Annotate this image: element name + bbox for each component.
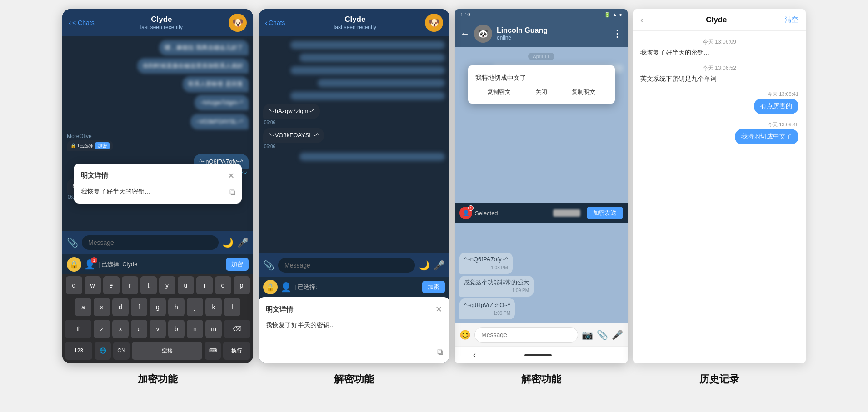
android-status-bar: 1:10 🔋 ▲ ● xyxy=(455,9,628,20)
history-back-button[interactable]: ‹ xyxy=(640,15,644,25)
encrypt-button-1[interactable]: 加密 xyxy=(226,258,249,271)
history-msg-left-2: 英文系统下密钥是九个单词 xyxy=(640,74,798,84)
avatar-1[interactable]: 🐶 xyxy=(229,14,247,32)
msg-bubble-encrypted: 嗯，麻烦拉 我再去碰会儿好了 xyxy=(159,40,249,55)
key-g[interactable]: g xyxy=(150,298,166,316)
key-k[interactable]: k xyxy=(205,298,222,316)
key-i[interactable]: i xyxy=(196,276,213,294)
voice-icon-1[interactable]: 🎤 xyxy=(237,237,249,248)
history-clear-button[interactable]: 清空 xyxy=(785,15,798,24)
key-q[interactable]: q xyxy=(66,276,82,294)
key-r[interactable]: r xyxy=(122,276,138,294)
key-a[interactable]: a xyxy=(75,298,91,316)
key-j[interactable]: j xyxy=(187,298,203,316)
key-x[interactable]: x xyxy=(112,320,129,338)
key-123[interactable]: 123 xyxy=(65,342,92,360)
key-row-3: ⇧ z x c v b n m ⌫ xyxy=(62,318,253,340)
copy-icon-2[interactable]: ⧉ xyxy=(437,347,443,357)
panel2-header: ‹ Chats Clyde last seen recently 🐶 xyxy=(259,9,449,36)
key-c[interactable]: c xyxy=(131,320,147,338)
key-n[interactable]: n xyxy=(187,320,203,338)
android-nav-bar: ‹ xyxy=(455,346,628,363)
back-button-2[interactable]: ‹ Chats xyxy=(265,18,285,28)
message-input-2[interactable] xyxy=(278,258,415,273)
key-keyboard[interactable]: ⌨ xyxy=(205,342,221,360)
msg-row xyxy=(263,65,445,75)
key-y[interactable]: y xyxy=(159,276,175,294)
android-avatar[interactable]: 🐼 xyxy=(474,25,492,43)
emoji-icon-1[interactable]: 🌙 xyxy=(222,237,234,248)
wifi-icon: ▲ xyxy=(612,12,617,17)
key-w[interactable]: w xyxy=(85,276,101,294)
key-b[interactable]: b xyxy=(168,320,185,338)
key-s[interactable]: s xyxy=(94,298,110,316)
copy-ciphertext-button[interactable]: 复制密文 xyxy=(487,88,511,96)
panel2-wrap: ‹ Chats Clyde last seen recently 🐶 xyxy=(259,9,449,386)
android-nav-pill[interactable] xyxy=(524,354,552,356)
android-header-info: Lincoln Guang online xyxy=(497,26,608,41)
key-t[interactable]: t xyxy=(140,276,157,294)
nav-back-chevron[interactable]: ‹ xyxy=(473,350,476,360)
keyboard-1: q w e r t y u i o p a s d f g h j k l xyxy=(62,274,253,363)
msg-row xyxy=(263,91,445,101)
android-more-button[interactable]: ⋮ xyxy=(612,28,622,40)
key-p[interactable]: p xyxy=(234,276,250,294)
status-icons: 🔋 ▲ ● xyxy=(604,12,622,18)
contact-name-1: Clyde xyxy=(151,15,172,24)
avatar-2[interactable]: 🐶 xyxy=(425,14,443,32)
key-m[interactable]: m xyxy=(205,320,222,338)
phone2: ‹ Chats Clyde last seen recently 🐶 xyxy=(259,9,449,363)
key-z[interactable]: z xyxy=(94,320,110,338)
key-d[interactable]: d xyxy=(112,298,129,316)
copy-plaintext-button[interactable]: 复制明文 xyxy=(572,88,595,96)
key-globe[interactable]: 🌐 xyxy=(95,342,111,360)
android-back-button[interactable]: ← xyxy=(460,29,469,39)
android-attachment-icon[interactable]: 📎 xyxy=(597,329,608,340)
popup-close-1[interactable]: ✕ xyxy=(228,171,234,181)
msg-bubble-encrypted: ~VO3kFOAYSL~^ xyxy=(190,114,249,129)
encrypt-button-2[interactable]: 加密 xyxy=(422,281,445,293)
message-input-1[interactable] xyxy=(82,235,219,250)
voice-icon-2[interactable]: 🎤 xyxy=(434,260,445,271)
attachment-icon-1[interactable]: 📎 xyxy=(67,237,78,248)
key-f[interactable]: f xyxy=(131,298,147,316)
back-button-1[interactable]: ‹ < Chats xyxy=(69,18,95,28)
history-time-3: 今天 13:08:41 xyxy=(768,91,798,98)
emoji-icon-2[interactable]: 🌙 xyxy=(419,260,430,271)
msg-time: 06:06 xyxy=(263,144,276,149)
android-emoji-icon[interactable]: 😊 xyxy=(459,329,471,340)
history-item-2: 今天 13:06:52 英文系统下密钥是九个单词 xyxy=(640,65,798,84)
android-message-input[interactable] xyxy=(474,327,578,343)
input-bar-1: 📎 🌙 🎤 xyxy=(62,231,253,254)
popup-close-2[interactable]: ✕ xyxy=(435,304,442,314)
key-return[interactable]: 换行 xyxy=(223,342,250,360)
android-voice-icon[interactable]: 🎤 xyxy=(612,329,623,340)
msg-row: MoreOlive 🔒 1已选择 加密 xyxy=(67,133,249,151)
attachment-icon-2[interactable]: 📎 xyxy=(263,260,274,271)
plaintext-popup-2: 明文详情 ✕ 我恢复了好半天的密钥... ⧉ xyxy=(259,297,449,363)
close-popup-button[interactable]: 关闭 xyxy=(535,88,547,96)
msg-bubble: 🔒 1已选择 加密 xyxy=(67,140,113,151)
history-item-4: 今天 13:09:48 我特地切成中文了 xyxy=(640,121,798,144)
copy-icon-1[interactable]: ⧉ xyxy=(229,188,235,197)
panel3-wrap: 1:10 🔋 ▲ ● ← 🐼 Lincoln Guang online ⋮ Ap… xyxy=(455,9,628,386)
key-u[interactable]: u xyxy=(178,276,194,294)
key-row-1: q w e r t y u i o p xyxy=(62,274,253,296)
input-bar-2: 📎 🌙 🎤 xyxy=(259,253,449,277)
android-camera-icon[interactable]: 📷 xyxy=(582,329,593,340)
key-e[interactable]: e xyxy=(103,276,120,294)
key-l[interactable]: l xyxy=(224,298,240,316)
msg-row: ^~VO3kFOAYSL~^ 06:06 xyxy=(263,128,445,149)
key-backspace[interactable]: ⌫ xyxy=(224,320,250,338)
android-send-button[interactable]: 加密发送 xyxy=(587,207,623,219)
key-space[interactable]: 空格 xyxy=(132,342,202,360)
popup-content-2: 我恢复了好半天的密钥... xyxy=(266,320,442,356)
battery-icon: 🔋 xyxy=(604,12,610,18)
key-shift[interactable]: ⇧ xyxy=(65,320,91,338)
key-cn[interactable]: CN xyxy=(113,342,130,360)
key-o[interactable]: o xyxy=(215,276,231,294)
history-panel: ‹ Clyde 清空 今天 13:06:09 我恢复了好半天的密钥... 今天 … xyxy=(633,9,806,363)
key-v[interactable]: v xyxy=(150,320,166,338)
key-h[interactable]: h xyxy=(168,298,185,316)
msg-row xyxy=(263,53,445,63)
